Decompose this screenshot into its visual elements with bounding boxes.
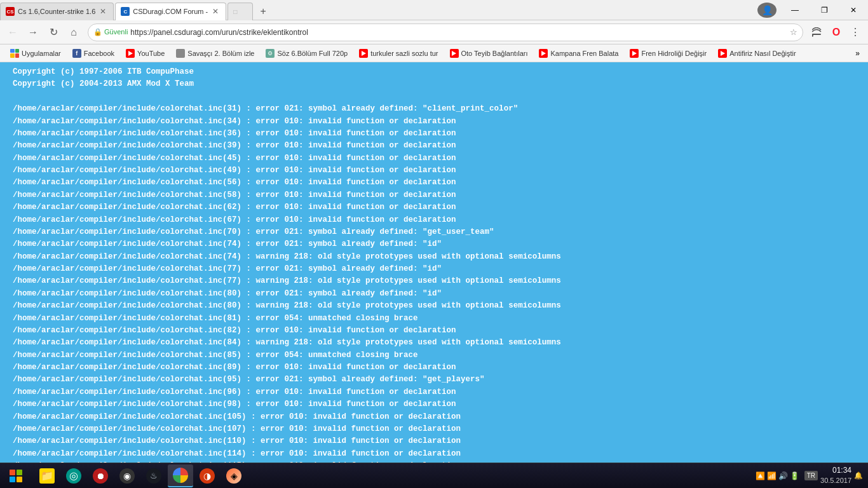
tab-3-empty[interactable]: □ <box>227 3 253 20</box>
tab1-title: Cs 1.6,Counter-strike 1.6 <box>18 8 95 15</box>
main-content: Copyright (c) 1997-2006 ITB CompuPhase C… <box>0 62 868 464</box>
bookmark-star-icon[interactable]: ☆ <box>790 27 797 37</box>
taskbar-file-explorer[interactable]: 📁 <box>34 464 60 487</box>
bookmark-soz6[interactable]: ⚙ Söz 6.Bölüm Full 720p <box>261 46 353 60</box>
chrome-icon <box>173 468 188 483</box>
extensions-button[interactable]: ⋮ <box>846 24 864 41</box>
language-indicator[interactable]: TR <box>804 471 818 480</box>
taskbar-app4[interactable]: ◉ <box>114 464 140 487</box>
soz6-label: Söz 6.Bölüm Full 720p <box>277 50 348 57</box>
battery-icon[interactable]: 🔋 <box>790 471 799 480</box>
tab1-favicon: CS <box>6 7 15 16</box>
opera-icon[interactable]: O <box>827 24 845 41</box>
bookmark-antifriz[interactable]: Antifiriz Nasıl Değiştir <box>713 46 801 60</box>
bookmarks-more-button[interactable]: » <box>852 48 863 59</box>
app7-icon: ◑ <box>200 468 215 484</box>
taskbar-items: 📁 ◎ ⏺ ◉ ♨ ◑ ◈ <box>32 464 748 487</box>
apps-icon <box>10 49 19 58</box>
clock-time: 01:34 <box>820 465 851 476</box>
network-icon[interactable]: 📶 <box>767 471 776 480</box>
secure-icon: 🔒 Güvenli <box>93 28 128 36</box>
user-avatar[interactable]: 👤 <box>757 3 776 18</box>
taskbar-app3[interactable]: ⏺ <box>88 464 113 487</box>
facebook-icon: f <box>72 49 81 58</box>
restore-button[interactable]: ❐ <box>810 0 839 20</box>
tab1-close[interactable]: ✕ <box>98 6 108 17</box>
fren-label: Fren Hidroliği Değişir <box>641 50 707 57</box>
svg-rect-0 <box>812 34 821 35</box>
doc-icon <box>176 49 185 58</box>
new-tab-button[interactable]: + <box>254 3 272 20</box>
tab2-close[interactable]: ✕ <box>210 6 220 17</box>
start-button[interactable] <box>0 463 32 489</box>
taskbar-clock: 01:34 30.5.2017 <box>820 465 851 485</box>
tab-1[interactable]: CS Cs 1.6,Counter-strike 1.6 ✕ <box>0 3 114 20</box>
bookmark-oto-teyib[interactable]: Oto Teyib Bağlantıları <box>445 46 533 60</box>
link-icon: ⚙ <box>266 49 275 58</box>
taskbar: 📁 ◎ ⏺ ◉ ♨ ◑ ◈ 🔼 📶 🔊 🔋 TR <box>0 463 868 488</box>
oto-teyib-label: Oto Teyib Bağlantıları <box>461 50 528 57</box>
bookmark-kampana[interactable]: Kampana Fren Balata <box>534 46 623 60</box>
bookmark-savasc2[interactable]: Savaşçı 2. Bölüm izle <box>171 46 259 60</box>
taskbar-chrome[interactable] <box>168 464 193 487</box>
turkuler-label: turkuler sazli sozlu tur <box>370 50 438 57</box>
minimize-button[interactable]: — <box>780 0 810 20</box>
yt-icon-6 <box>718 49 727 58</box>
bookmark-fren[interactable]: Fren Hidroliği Değişir <box>625 46 712 60</box>
youtube-label: YouTube <box>137 50 165 57</box>
back-button[interactable]: ← <box>4 24 22 41</box>
savasc2-label: Savaşçı 2. Bölüm izle <box>187 50 254 57</box>
taskbar-app7[interactable]: ◑ <box>194 464 220 487</box>
volume-icon[interactable]: 🔊 <box>778 471 788 480</box>
cast-button[interactable] <box>808 24 826 41</box>
yt-icon-3 <box>450 49 459 58</box>
address-input[interactable] <box>130 28 790 37</box>
steam-icon: ♨ <box>146 468 161 484</box>
app8-icon: ◈ <box>226 468 241 484</box>
taskbar-app2[interactable]: ◎ <box>61 464 86 487</box>
app4-icon: ◉ <box>119 468 135 484</box>
nav-bar: ← → ↻ ⌂ 🔒 Güvenli ☆ O ⋮ <box>0 20 868 44</box>
tab2-favicon: C <box>121 7 130 16</box>
kampana-label: Kampana Fren Balata <box>550 50 618 57</box>
system-tray: 🔼 📶 🔊 🔋 <box>753 471 802 480</box>
forward-button[interactable]: → <box>24 24 42 41</box>
tab-2[interactable]: C CSDuragi.COM Forum - ✕ <box>115 3 226 20</box>
show-hidden-icon[interactable]: 🔼 <box>756 471 765 480</box>
taskbar-right: 🔼 📶 🔊 🔋 TR 01:34 30.5.2017 🔔 <box>748 465 868 485</box>
home-button[interactable]: ⌂ <box>65 24 83 41</box>
taskbar-steam[interactable]: ♨ <box>141 464 166 487</box>
windows-logo <box>10 470 22 482</box>
app3-icon: ⏺ <box>93 468 108 484</box>
bookmark-turkuler[interactable]: turkuler sazli sozlu tur <box>354 46 443 60</box>
error-log: Copyright (c) 1997-2006 ITB CompuPhase C… <box>0 62 868 464</box>
app2-icon: ◎ <box>66 468 81 484</box>
address-bar: 🔒 Güvenli ☆ <box>88 24 803 41</box>
facebook-label: Facebook <box>84 50 114 57</box>
bookmark-apps[interactable]: Uygulamalar <box>5 46 66 60</box>
reload-button[interactable]: ↻ <box>44 24 62 41</box>
tab2-title: CSDuragi.COM Forum - <box>133 8 208 15</box>
apps-label: Uygulamalar <box>22 50 61 57</box>
nav-right-icons: O ⋮ <box>808 24 864 41</box>
bookmark-facebook[interactable]: f Facebook <box>67 46 119 60</box>
youtube-icon <box>126 49 135 58</box>
yt-icon-5 <box>630 49 639 58</box>
yt-icon-4 <box>539 49 548 58</box>
close-button[interactable]: ✕ <box>839 0 868 20</box>
notification-button[interactable]: 🔔 <box>854 471 863 480</box>
antifriz-label: Antifiriz Nasıl Değiştir <box>729 50 796 57</box>
bookmark-youtube[interactable]: YouTube <box>121 46 170 60</box>
file-explorer-icon: 📁 <box>39 468 55 484</box>
clock-date: 30.5.2017 <box>820 476 851 485</box>
taskbar-app8[interactable]: ◈ <box>221 464 247 487</box>
address-bar-icons: ☆ <box>790 27 797 37</box>
window-controls: — ❐ ✕ <box>780 0 868 20</box>
bookmarks-bar: Uygulamalar f Facebook YouTube Savaşçı 2… <box>0 44 868 62</box>
title-bar: CS Cs 1.6,Counter-strike 1.6 ✕ C CSDurag… <box>0 0 868 20</box>
yt-icon-2 <box>359 49 368 58</box>
tabs-area: CS Cs 1.6,Counter-strike 1.6 ✕ C CSDurag… <box>0 0 754 20</box>
